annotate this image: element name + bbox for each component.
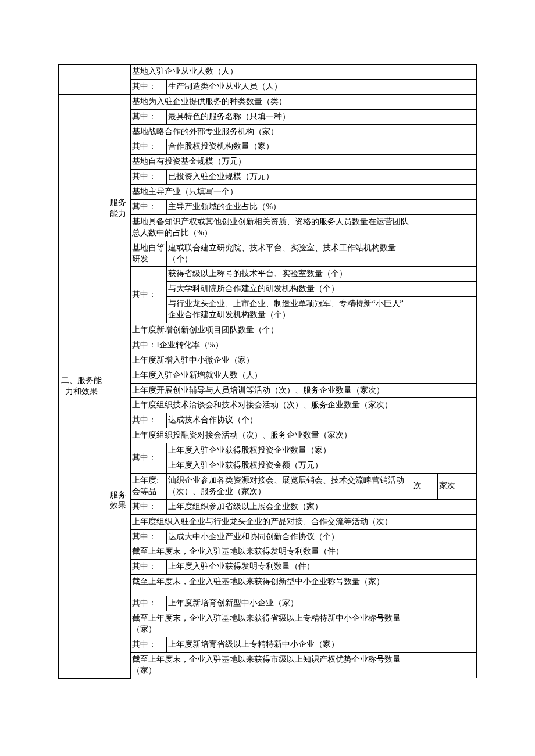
row-label: 合作股权投资机构数量（家） — [167, 139, 412, 155]
row-label: 达成技术合作协议（个） — [167, 413, 412, 428]
value-cell — [412, 79, 477, 94]
value-cell — [412, 560, 477, 575]
sub-label: 其中： — [131, 267, 167, 323]
row-label: 基地战略合作的外部专业服务机构（家） — [131, 124, 412, 139]
table-row: 服务效果 上年度新增创新创业项目团队数量（个） — [59, 323, 477, 338]
main-table: 基地入驻企业从业人数（人） 其中： 生产制造类企业从业人员（人） 二、服务能力和… — [58, 64, 477, 679]
value-cell — [412, 368, 477, 383]
table-row: 二、服务能力和效果 服务能力 基地为入驻企业提供服务的种类数量（类） — [59, 94, 477, 109]
row-label: 上年度组织技术洽谈会和技术对接会活动（次）、服务企业数量（家次） — [131, 398, 412, 413]
row-label: 已投资入驻企业规模（万元） — [167, 170, 412, 185]
sub-label: 其中： — [131, 79, 167, 94]
value-cell — [412, 338, 477, 353]
row-label: 主导产业领域的企业占比（%） — [167, 200, 412, 215]
sub-label: 其中： — [131, 560, 167, 575]
row-label: 上年度入驻企业获得股权投资企业数量（家） — [167, 443, 412, 458]
value-cell — [412, 499, 477, 514]
value-cell — [412, 529, 477, 544]
sub-label: 其中： — [131, 637, 167, 652]
row-label: 基地自有投资基金规模（万元） — [131, 155, 412, 170]
value-cell — [412, 678, 477, 679]
sub-label: 上年度:会等品 — [131, 473, 167, 499]
value-cell: 次 — [412, 473, 438, 499]
value-cell — [412, 637, 477, 652]
value-cell — [412, 611, 477, 637]
value-cell — [412, 297, 477, 323]
row-label: 生产制造类企业从业人员（人） — [167, 79, 412, 94]
value-cell — [412, 443, 477, 458]
value-cell: 家次 — [438, 473, 477, 499]
sub-label: 其中： — [131, 443, 167, 474]
row-label: 截至上年度末，企业入驻基地以来获得创新型中小企业称号数量（家） — [131, 575, 412, 596]
row-label — [131, 678, 412, 679]
row-label: 基地入驻企业从业人数（人） — [131, 65, 412, 80]
sub-label: 其中： — [131, 139, 167, 155]
row-label: 汕织企业参加各类资源对接会、展览展销会、技术交流睥营销活动（次）、服务企业（家次… — [167, 473, 412, 499]
sub-label: 其中： — [131, 596, 167, 611]
value-cell — [412, 170, 477, 185]
row-label: 与行业龙头企业、上市企业、制造业单项冠军、专精特新“小巨人”企业合作建立研发机构… — [167, 297, 412, 323]
sub-label: 其中： — [131, 529, 167, 544]
value-cell — [412, 139, 477, 155]
row-label: 上年度组织投融资对接会活动（次）、服务企业数量（家次） — [131, 428, 412, 443]
row-label: 上年度入驻企业获得股权投资金额（万元） — [167, 458, 412, 474]
row-label: 基地主导产业（只填写一个） — [131, 185, 412, 200]
sub-label: 其中： — [131, 200, 167, 215]
value-cell — [412, 65, 477, 80]
row-label: 截至上年度末，企业入驻基地以来获得市级以上知识产权优势企业称号数量（家） — [131, 652, 412, 678]
value-cell — [412, 124, 477, 139]
value-cell — [412, 575, 477, 596]
row-label: 上年度新增入驻中小微企业（家） — [131, 353, 412, 368]
row-label: 最具特色的服务名称（只填一种） — [167, 109, 412, 124]
row-label: 基地具备知识产权或其他创业创新相关资质、资格的服务人员数量在运营团队总人数中的占… — [131, 214, 412, 241]
row-label: 截至上年度末，企业入驻基地以来获得省级以上专精特新中小企业称号数量（家） — [131, 611, 412, 637]
row-label: 上年度入驻企业新增就业人数（人） — [131, 368, 412, 383]
value-cell — [412, 241, 477, 267]
prev-section-cell — [59, 65, 105, 95]
value-cell — [412, 267, 477, 282]
prev-sub-cell — [105, 65, 130, 95]
value-cell — [412, 323, 477, 338]
value-cell — [412, 214, 477, 241]
row-label: 上年度开展创业辅导与人员培训等活动（次）、服务企业数量（家次） — [131, 383, 412, 398]
value-cell — [412, 596, 477, 611]
row-label: 达成大中小企业产业和协同创新合作协议（个） — [167, 529, 412, 544]
sub-label: 其中： — [131, 499, 167, 514]
row-label: 获得省级以上称号的技术平台、实验室数量（个） — [167, 267, 412, 282]
section-title: 二、服务能力和效果 — [59, 94, 105, 678]
row-label: 上年度新培育创新型中小企业（家） — [167, 596, 412, 611]
value-cell — [412, 383, 477, 398]
row-label: 其中：I企业转化率（%） — [131, 338, 412, 353]
value-cell — [412, 282, 477, 297]
row-label: 与大学科研院所合作建立的研发机构数量（个） — [167, 282, 412, 297]
row-label: 截至上年度末，企业入驻基地以来获得发明专利数量（件） — [131, 544, 412, 560]
subsection-service-effect: 服务效果 — [105, 323, 130, 679]
sub-label: 基地自等研发 — [131, 241, 167, 267]
row-label: 上年度组织参加省级以上展会企业数（家） — [167, 499, 412, 514]
value-cell — [412, 185, 477, 200]
sub-label: 其中： — [131, 413, 167, 428]
row-label: 上年度新培育省级以上专精特新中小企业（家） — [167, 637, 412, 652]
value-cell — [412, 458, 477, 474]
row-label: 基地为入驻企业提供服务的种类数量（类） — [131, 94, 412, 109]
value-cell — [412, 514, 477, 529]
table-row: 基地入驻企业从业人数（人） — [59, 65, 477, 80]
subsection-service-capability: 服务能力 — [105, 94, 130, 323]
value-cell — [412, 652, 477, 678]
row-label: 上年度组织入驻企业与行业龙头企业的产品对接、合作交流等活动（次） — [131, 514, 412, 529]
sub-label: 其中： — [131, 109, 167, 124]
value-cell — [412, 398, 477, 413]
value-cell — [412, 353, 477, 368]
row-label: 建或联合建立研究院、技术平台、实验室、技术工作站机构数量（个） — [167, 241, 412, 267]
row-label: 上年度入驻企业获得发明专利数量（件） — [167, 560, 412, 575]
sub-label: 其中： — [131, 170, 167, 185]
value-cell — [412, 544, 477, 560]
value-cell — [412, 428, 477, 443]
value-cell — [412, 109, 477, 124]
value-cell — [412, 155, 477, 170]
value-cell — [412, 200, 477, 215]
value-cell — [412, 413, 477, 428]
row-label: 上年度新增创新创业项目团队数量（个） — [131, 323, 412, 338]
value-cell — [412, 94, 477, 109]
